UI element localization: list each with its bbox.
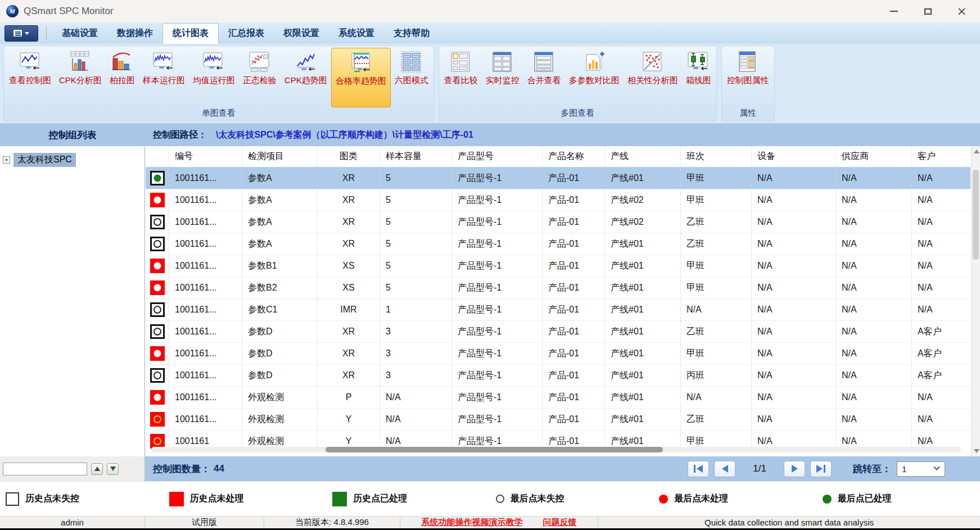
column-header[interactable]: 供应商	[836, 146, 912, 167]
menu-tab[interactable]: 基础设置	[52, 24, 107, 44]
table-row[interactable]: 1001161... 参数A XR 5 产品型号-1 产品-01 产线#02 甲…	[146, 189, 970, 211]
column-header[interactable]: 图类	[318, 146, 380, 167]
table-row[interactable]: 1001161... 外观检测 P N/A 产品型号-1 产品-01 产线#01…	[146, 387, 970, 409]
pareto-icon	[111, 51, 133, 73]
table-row[interactable]: 1001161... 参数A XR 5 产品型号-1 产品-01 产线#02 乙…	[146, 211, 970, 233]
mean-run-chart-button[interactable]: 均值运行图	[189, 48, 239, 107]
view-control-chart-button[interactable]: 查看控制图	[5, 48, 55, 107]
table-row[interactable]: 1001161... 参数A XR 5 产品型号-1 产品-01 产线#01 乙…	[146, 233, 970, 255]
menu-tab[interactable]: 汇总报表	[219, 24, 274, 44]
next-page-button[interactable]	[784, 461, 805, 477]
legend-swatch	[659, 495, 668, 504]
legend-label: 历史点已处理	[353, 493, 407, 505]
table-row[interactable]: 1001161... 参数D XR 3 产品型号-1 产品-01 产线#01 甲…	[146, 343, 970, 365]
cell-device: N/A	[752, 277, 836, 298]
menu-tab[interactable]: 统计图表	[162, 23, 219, 44]
tree-expand-icon[interactable]: +	[3, 156, 10, 164]
pass-rate-trend-button[interactable]: 合格率趋势图	[331, 48, 391, 107]
jump-to-label: 跳转至：	[853, 463, 891, 475]
cell-product-name: 产品-01	[543, 387, 605, 408]
table-row[interactable]: 1001161... 参数D XR 3 产品型号-1 产品-01 产线#01 乙…	[146, 321, 970, 343]
menu-tab[interactable]: 系统设置	[329, 24, 384, 44]
merged-view-button[interactable]: 合并查看	[523, 48, 565, 107]
cell-item: 参数A	[242, 233, 318, 255]
menu-tab[interactable]: 支持帮助	[384, 24, 439, 44]
minimize-button[interactable]	[886, 4, 902, 19]
maximize-button[interactable]	[919, 4, 936, 19]
table-row[interactable]: 1001161... 参数A XR 5 产品型号-1 产品-01 产线#01 甲…	[146, 167, 970, 189]
last-page-button[interactable]	[810, 461, 832, 477]
correlation-analysis-button[interactable]: 相关性分析图	[624, 48, 682, 107]
cell-product-name: 产品-01	[543, 167, 605, 189]
merged-view-icon	[533, 51, 556, 73]
vertical-scroll-thumb[interactable]	[973, 170, 979, 260]
cell-device: N/A	[752, 299, 836, 320]
normality-test-button[interactable]: 正态检验	[239, 48, 281, 107]
search-down-button[interactable]	[107, 463, 119, 475]
realtime-monitor-icon	[491, 51, 514, 73]
horizontal-scrollbar[interactable]	[151, 447, 961, 452]
table-row[interactable]: 1001161... 外观检测 Y N/A 产品型号-1 产品-01 产线#01…	[146, 409, 970, 431]
tree-search-input[interactable]	[3, 463, 87, 475]
menu-tab[interactable]: 权限设置	[274, 24, 329, 44]
cpk-analysis-button[interactable]: CPK分析图	[55, 48, 106, 107]
scroll-down-icon[interactable]	[974, 449, 979, 453]
scroll-up-icon[interactable]	[974, 150, 979, 153]
cell-line: 产线#02	[605, 211, 681, 233]
column-header[interactable]: 编号	[169, 146, 242, 167]
column-header[interactable]: 班次	[681, 146, 752, 167]
cell-sample-size: 5	[380, 233, 452, 255]
cpk-trend-button[interactable]: CPK趋势图	[281, 48, 331, 107]
app-menu-button[interactable]	[4, 25, 38, 42]
view-compare-icon	[450, 51, 472, 73]
chart-properties-button[interactable]: 控制图属性	[723, 48, 773, 107]
cell-chart-type: XS	[318, 255, 380, 277]
realtime-monitor-button[interactable]: 实时监控	[482, 48, 523, 107]
column-header[interactable]: 客户	[912, 146, 970, 167]
cell-product-name: 产品-01	[543, 409, 605, 430]
prev-page-button[interactable]	[714, 461, 735, 477]
cell-sample-size: 3	[380, 321, 452, 342]
horizontal-scroll-thumb[interactable]	[326, 447, 663, 452]
pager-row: 控制图数量： 44 1/1 跳转至： 1	[0, 456, 980, 481]
feedback-link[interactable]: 问题反馈	[543, 517, 577, 528]
status-icon	[150, 346, 165, 361]
column-header[interactable]: 检测项目	[242, 146, 318, 167]
cell-customer: N/A	[912, 277, 970, 298]
multi-param-compare-button[interactable]: 多参数对比图	[565, 48, 624, 107]
tree-item-root[interactable]: + 太友科技SPC	[3, 153, 144, 167]
six-chart-mode-button[interactable]: 六图模式	[391, 48, 432, 107]
cell-id: 1001161...	[169, 189, 242, 211]
view-compare-button[interactable]: 查看比较	[440, 48, 482, 107]
cell-chart-type: XR	[318, 365, 380, 386]
column-header[interactable]: 样本容量	[380, 146, 452, 167]
box-plot-button[interactable]: 箱线图	[682, 48, 715, 107]
table-row[interactable]: 1001161... 参数B2 XS 5 产品型号-1 产品-01 产线#01 …	[146, 277, 970, 299]
column-header[interactable]: 设备	[752, 146, 836, 167]
close-button[interactable]	[953, 4, 970, 19]
tree-root-label[interactable]: 太友科技SPC	[13, 153, 76, 167]
status-icon	[150, 193, 165, 207]
path-bar: 控制组列表 控制图路径： \太友科技SPC\参考案例（以工序顺序构建）\计量型检…	[0, 124, 980, 146]
search-up-button[interactable]	[91, 463, 103, 475]
video-tutorial-link[interactable]: 系统功能操作视频演示教学	[422, 517, 523, 528]
column-header[interactable]: 产品型号	[452, 146, 543, 167]
sample-run-chart-button[interactable]: 样本运行图	[139, 48, 189, 107]
column-header[interactable]: 产线	[605, 146, 681, 167]
menu-tab-label: 权限设置	[283, 28, 319, 38]
table-row[interactable]: 1001161... 参数C1 IMR 1 产品型号-1 产品-01 产线#01…	[146, 299, 970, 321]
button-label: 合格率趋势图	[336, 76, 386, 87]
menu-tab[interactable]: 数据操作	[107, 24, 162, 44]
first-page-button[interactable]	[688, 461, 709, 477]
pareto-button[interactable]: 柏拉图	[106, 48, 139, 107]
arrow-up-icon	[94, 466, 100, 471]
vertical-scrollbar[interactable]	[971, 146, 980, 456]
cell-chart-type: XR	[318, 233, 380, 255]
table-row[interactable]: 1001161... 参数B1 XS 5 产品型号-1 产品-01 产线#01 …	[146, 255, 970, 277]
control-chart-icon	[19, 51, 42, 73]
control-chart-table: 编号 检测项目 图类 样本容量 产品型号 产品名称 产线 班次 设备 供应商 客…	[146, 146, 980, 456]
status-icon	[150, 259, 165, 273]
table-row[interactable]: 1001161... 参数D XR 3 产品型号-1 产品-01 产线#01 丙…	[146, 365, 970, 387]
jump-page-select[interactable]: 1	[897, 461, 945, 477]
column-header[interactable]: 产品名称	[543, 146, 605, 167]
